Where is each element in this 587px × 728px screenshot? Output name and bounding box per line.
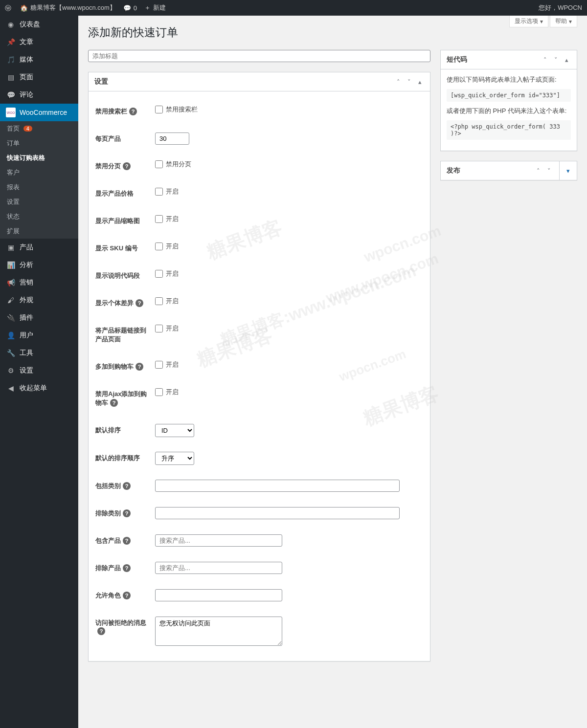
toggle-icon[interactable]: ▴ bbox=[415, 78, 424, 86]
checkbox-show-sku[interactable] bbox=[155, 243, 163, 250]
greeting-link[interactable]: 您好，WPOCN bbox=[539, 3, 582, 12]
chevron-down-icon: ▾ bbox=[540, 18, 543, 25]
toggle-icon[interactable]: ▴ bbox=[562, 56, 571, 64]
checkbox-link-title[interactable] bbox=[155, 325, 163, 332]
publish-dropdown-button[interactable]: ▾ bbox=[559, 161, 577, 180]
input-allow-roles[interactable] bbox=[155, 589, 282, 601]
help-icon[interactable]: ? bbox=[123, 482, 131, 490]
help-icon[interactable]: ? bbox=[123, 537, 131, 545]
textarea-denied-msg[interactable]: 您无权访问此页面 bbox=[155, 617, 282, 646]
label-show-thumb: 显示产品缩略图 bbox=[95, 217, 140, 224]
move-up-icon[interactable]: ˄ bbox=[541, 56, 549, 64]
menu-settings[interactable]: ⚙设置 bbox=[0, 362, 78, 379]
move-up-icon[interactable]: ˄ bbox=[534, 167, 542, 175]
select-sort-order[interactable]: 升序 bbox=[155, 452, 194, 465]
sub-quick-order[interactable]: 快速订购表格 bbox=[0, 151, 78, 165]
help-icon[interactable]: ? bbox=[129, 108, 137, 115]
screen-options-button[interactable]: 显示选项 ▾ bbox=[509, 16, 548, 27]
publish-postbox: 发布 ˄ ˅ ▾ bbox=[440, 161, 577, 180]
checkbox-disable-paging[interactable] bbox=[155, 160, 163, 168]
sub-settings[interactable]: 设置 bbox=[0, 195, 78, 209]
menu-analytics[interactable]: 📊分析 bbox=[0, 256, 78, 274]
menu-comments[interactable]: 💬评论 bbox=[0, 86, 78, 104]
menu-posts[interactable]: 📌文章 bbox=[0, 33, 78, 51]
menu-appearance[interactable]: 🖌外观 bbox=[0, 291, 78, 309]
input-exclude-prod[interactable] bbox=[155, 562, 282, 574]
move-down-icon[interactable]: ˅ bbox=[551, 56, 560, 64]
wp-logo[interactable]: ⓦ bbox=[5, 4, 13, 12]
sub-reports[interactable]: 报表 bbox=[0, 180, 78, 195]
label-sort-order: 默认的排序顺序 bbox=[95, 454, 140, 462]
sub-customers[interactable]: 客户 bbox=[0, 165, 78, 180]
select-default-sort[interactable]: ID bbox=[155, 424, 194, 437]
shortcode-code[interactable]: [wsp_quick_order_form id="333"] bbox=[447, 89, 571, 102]
sub-home[interactable]: 首页 4 bbox=[0, 121, 78, 136]
label-exclude-prod: 排除产品 bbox=[95, 564, 121, 572]
brush-icon: 🖌 bbox=[6, 295, 16, 305]
input-per-page[interactable] bbox=[155, 132, 189, 145]
move-down-icon[interactable]: ˅ bbox=[544, 167, 553, 175]
settings-heading: 设置 bbox=[94, 77, 108, 86]
menu-marketing[interactable]: 📢营销 bbox=[0, 274, 78, 291]
sub-status[interactable]: 状态 bbox=[0, 209, 78, 224]
sub-orders[interactable]: 订单 bbox=[0, 136, 78, 151]
menu-plugins[interactable]: 🔌插件 bbox=[0, 309, 78, 327]
help-icon[interactable]: ? bbox=[110, 399, 118, 407]
media-icon: 🎵 bbox=[6, 55, 16, 65]
label-show-variations: 显示个体差异 bbox=[95, 299, 134, 307]
page-icon: ▤ bbox=[6, 72, 16, 82]
help-icon[interactable]: ? bbox=[123, 509, 131, 517]
label-link-title: 将产品标题链接到产品页面 bbox=[95, 327, 146, 343]
sub-extensions[interactable]: 扩展 bbox=[0, 224, 78, 239]
plugin-icon: 🔌 bbox=[6, 313, 16, 323]
comment-icon: 💬 bbox=[123, 4, 131, 12]
site-link[interactable]: 🏠糖果博客【www.wpocn.com】 bbox=[20, 3, 116, 12]
help-icon[interactable]: ? bbox=[123, 162, 131, 170]
menu-pages[interactable]: ▤页面 bbox=[0, 68, 78, 86]
plus-icon: ＋ bbox=[144, 3, 151, 12]
title-input[interactable] bbox=[88, 50, 430, 62]
publish-heading: 发布 bbox=[447, 166, 460, 175]
checkbox-show-price[interactable] bbox=[155, 188, 163, 196]
pin-icon: 📌 bbox=[6, 37, 16, 47]
settings-icon: ⚙ bbox=[6, 366, 16, 375]
analytics-icon: 📊 bbox=[6, 260, 16, 270]
help-icon[interactable]: ? bbox=[123, 592, 131, 599]
input-include-prod[interactable] bbox=[155, 534, 282, 547]
menu-products[interactable]: ▣产品 bbox=[0, 239, 78, 256]
move-down-icon[interactable]: ˅ bbox=[405, 78, 413, 86]
label-exclude-cat: 排除类别 bbox=[95, 509, 121, 517]
menu-collapse[interactable]: ◀收起菜单 bbox=[0, 379, 78, 397]
label-show-desc: 显示说明代码段 bbox=[95, 272, 140, 279]
checkbox-disable-search[interactable] bbox=[155, 106, 163, 113]
help-button[interactable]: 帮助 ▾ bbox=[550, 16, 577, 27]
help-icon[interactable]: ? bbox=[135, 299, 143, 307]
menu-woocommerce[interactable]: wooWooCommerce bbox=[0, 104, 78, 121]
help-icon[interactable]: ? bbox=[123, 564, 131, 572]
shortcode-heading: 短代码 bbox=[447, 55, 467, 64]
label-disable-search: 禁用搜索栏 bbox=[95, 108, 127, 115]
help-icon[interactable]: ? bbox=[97, 627, 105, 635]
label-per-page: 每页产品 bbox=[95, 135, 121, 142]
comments-link[interactable]: 💬0 bbox=[123, 4, 137, 12]
label-allow-roles: 允许角色 bbox=[95, 592, 121, 599]
checkbox-show-variations[interactable] bbox=[155, 297, 163, 305]
input-exclude-cat[interactable] bbox=[155, 507, 400, 519]
checkbox-show-desc[interactable] bbox=[155, 270, 163, 278]
move-up-icon[interactable]: ˄ bbox=[394, 78, 403, 86]
input-include-cat[interactable] bbox=[155, 480, 400, 492]
label-default-sort: 默认排序 bbox=[95, 426, 121, 434]
checkbox-multi-cart[interactable] bbox=[155, 361, 163, 369]
php-code[interactable]: <?php wsp_quick_order_form( 333 )?> bbox=[447, 120, 571, 140]
help-icon[interactable]: ? bbox=[135, 363, 143, 371]
menu-users[interactable]: 👤用户 bbox=[0, 327, 78, 344]
menu-dashboard[interactable]: ◉仪表盘 bbox=[0, 16, 78, 33]
menu-media[interactable]: 🎵媒体 bbox=[0, 51, 78, 68]
new-link[interactable]: ＋新建 bbox=[144, 3, 166, 12]
checkbox-show-thumb[interactable] bbox=[155, 215, 163, 223]
menu-tools[interactable]: 🔧工具 bbox=[0, 344, 78, 362]
checkbox-disable-ajax[interactable] bbox=[155, 388, 163, 396]
label-show-price: 显示产品价格 bbox=[95, 190, 134, 197]
woo-submenu: 首页 4 订单 快速订购表格 客户 报表 设置 状态 扩展 bbox=[0, 121, 78, 239]
dashboard-icon: ◉ bbox=[6, 20, 16, 29]
